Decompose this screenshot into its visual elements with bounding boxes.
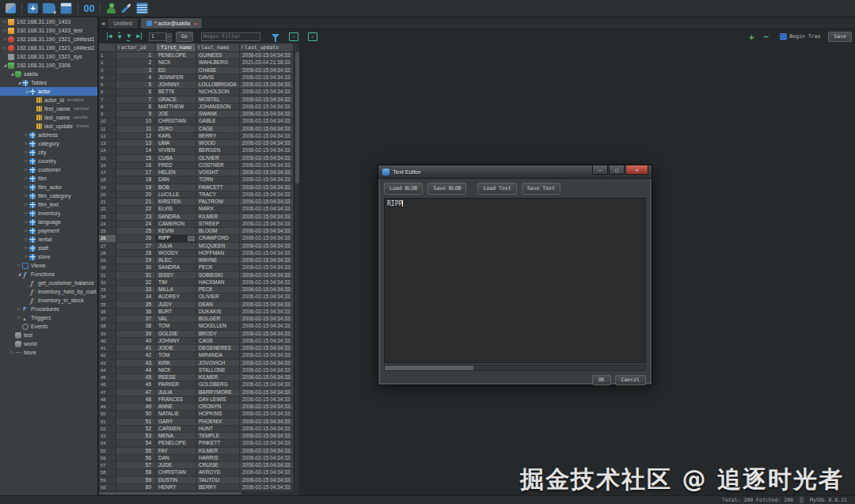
collapsed-arrow-icon[interactable]: ▷ xyxy=(2,35,8,44)
table-row[interactable]: 3434AUDREYOLIVIER2006-02-15 04:34:33 xyxy=(99,294,299,301)
ok-button[interactable]: OK xyxy=(592,375,611,385)
collapsed-arrow-icon[interactable]: ▷ xyxy=(2,17,8,26)
delete-row-icon[interactable]: − xyxy=(764,32,770,41)
tree-item-store[interactable]: ▷store xyxy=(0,252,97,261)
save-text-button[interactable]: Save Text xyxy=(522,183,560,195)
tree-item-more[interactable]: ▷More xyxy=(0,348,97,357)
table-row[interactable]: 4444NICKSTALLONE2006-02-15 04:34:33 xyxy=(99,367,299,374)
row-number-cell[interactable]: 47 xyxy=(99,389,116,396)
tab-actor-sakila[interactable]: * actor@sakila● xyxy=(140,17,203,28)
tree-item-film-text[interactable]: ▷film_text xyxy=(0,200,97,209)
table-row[interactable]: 1010CHRISTIANGABLE2006-02-15 04:34:33 xyxy=(99,118,299,125)
row-number-cell[interactable]: 21 xyxy=(99,199,116,206)
collapsed-arrow-icon[interactable]: ▷ xyxy=(17,305,22,313)
log-icon[interactable] xyxy=(136,2,148,14)
table-row[interactable]: 3838TOMMCKELLEN2006-02-15 04:34:33 xyxy=(99,323,299,330)
tree-item-192-168-31-190-1521-sys[interactable]: 192.168.31.190_1521_sys xyxy=(0,52,97,61)
table-row[interactable]: 5151GARYPHOENIX2006-02-15 04:34:33 xyxy=(99,419,299,426)
row-number-cell[interactable]: 29 xyxy=(99,257,116,264)
collapsed-arrow-icon[interactable]: ▷ xyxy=(2,44,8,52)
tree-item-staff[interactable]: ▷staff xyxy=(0,244,97,252)
table-row[interactable]: 55JOHNNYLOLLOBRIGIDA2006-02-15 04:34:33 xyxy=(99,81,299,89)
tree-item-sakila[interactable]: ◢sakila xyxy=(0,70,97,78)
row-number-cell[interactable]: 60 xyxy=(99,484,116,491)
expanded-arrow-icon[interactable]: ◢ xyxy=(24,87,29,96)
collapsed-arrow-icon[interactable]: ▷ xyxy=(24,139,29,148)
table-row[interactable]: 2525KEVINBLOOM2006-02-15 04:34:33 xyxy=(99,228,299,235)
row-number-cell[interactable]: 44 xyxy=(99,367,116,374)
row-number-cell[interactable]: 5 xyxy=(99,81,116,89)
row-number-cell[interactable]: 11 xyxy=(99,126,116,133)
add-row-icon[interactable]: + xyxy=(749,32,754,41)
maximize-button[interactable]: ▢ xyxy=(609,165,625,175)
seek-bottom-icon[interactable]: ▼ xyxy=(127,32,130,41)
sort-icon[interactable]: ▲▼ xyxy=(158,45,159,50)
tree-item-customer[interactable]: ▷customer xyxy=(0,165,97,174)
tree-item-city[interactable]: ▷city xyxy=(0,148,97,157)
table-row[interactable]: 3535JUDYDEAN2006-02-15 04:34:33 xyxy=(99,301,299,309)
table-row[interactable]: 3636BURTDUKAKIS2006-02-15 04:34:33 xyxy=(99,309,299,316)
row-number-cell[interactable]: 26 xyxy=(99,235,116,242)
table-row[interactable]: 2424CAMERONSTREEP2006-02-15 04:34:33 xyxy=(99,221,299,228)
row-number-cell[interactable]: 12 xyxy=(99,133,116,140)
table-row[interactable]: 5656DANHARRIS2006-02-15 04:34:33 xyxy=(99,455,299,462)
tree-item-192-168-31-190-1521-c-test2[interactable]: ▷192.168.31.190_1521_c##test2 xyxy=(0,44,97,52)
regex-filter-input[interactable]: Regex Filter xyxy=(201,32,260,41)
seek-top-icon[interactable]: ▼ xyxy=(118,32,121,41)
row-number-cell[interactable]: 58 xyxy=(99,469,116,476)
row-number-cell[interactable]: 54 xyxy=(99,440,116,447)
row-number-cell[interactable]: 2 xyxy=(99,59,116,66)
collapsed-arrow-icon[interactable]: ▷ xyxy=(24,226,29,235)
row-number-cell[interactable]: 46 xyxy=(99,381,116,388)
tree-item-country[interactable]: ▷country xyxy=(0,157,97,165)
table-row[interactable]: 1212KARLBERRY2006-02-15 04:34:33 xyxy=(99,133,299,140)
tree-item-get-customer-balance[interactable]: get_customer_balance xyxy=(0,279,97,287)
table-row[interactable]: 5858CHRISTIANAKROYD2006-02-15 04:34:33 xyxy=(99,469,299,476)
row-number-cell[interactable]: 9 xyxy=(99,111,116,118)
row-number-cell[interactable]: 17 xyxy=(99,169,116,176)
open-in-editor-icon[interactable]: ↗ xyxy=(308,32,317,41)
row-number-cell[interactable]: 45 xyxy=(99,374,116,381)
table-row[interactable]: 2323SANDRAKILMER2006-02-15 04:34:33 xyxy=(99,214,299,221)
table-row[interactable]: 2828WOODYHOFFMAN2006-02-15 04:34:33 xyxy=(99,250,299,257)
new-connection-icon[interactable] xyxy=(28,3,38,13)
spinner-icon[interactable]: ▴▾ xyxy=(166,33,172,42)
row-number-cell[interactable]: 51 xyxy=(99,419,116,426)
row-number-cell[interactable]: 57 xyxy=(99,462,116,469)
collapsed-arrow-icon[interactable]: ▷ xyxy=(17,313,22,322)
tree-item-tables[interactable]: ◢Tables xyxy=(0,78,97,87)
tree-item-film-category[interactable]: ▷film_category xyxy=(0,191,97,200)
cancel-button[interactable]: Cancel xyxy=(615,375,646,385)
table-row[interactable]: 5252CARMENHUNT2006-02-15 04:34:33 xyxy=(99,426,299,433)
tab-close-icon[interactable]: ● xyxy=(193,18,196,29)
table-row[interactable]: 1919BOBFAWCETT2006-02-15 04:34:33 xyxy=(99,184,299,191)
table-row[interactable]: 4747JULIABARRYMORE2006-02-15 04:34:33 xyxy=(99,389,299,396)
column-header-actor-id[interactable]: ▲▼actor_id xyxy=(116,44,156,52)
row-number-cell[interactable]: 48 xyxy=(99,396,116,404)
table-row[interactable]: 5454PENELOPEPINKETT2006-02-15 04:34:33 xyxy=(99,440,299,447)
collapsed-arrow-icon[interactable]: ▷ xyxy=(24,200,29,209)
collapsed-arrow-icon[interactable]: ▷ xyxy=(24,131,29,139)
row-number-cell[interactable]: 34 xyxy=(99,294,116,301)
tree-item-inventory[interactable]: ▷inventory xyxy=(0,209,97,218)
grid-vertical-scrollbar[interactable] xyxy=(294,52,299,491)
scrollbar-thumb[interactable] xyxy=(295,52,299,184)
table-row[interactable]: 3737VALBOLGER2006-02-15 04:34:33 xyxy=(99,316,299,323)
row-number-cell[interactable]: 28 xyxy=(99,250,116,257)
row-number-cell[interactable]: 49 xyxy=(99,404,116,411)
sort-icon[interactable]: ▲▼ xyxy=(198,45,200,50)
row-number-cell[interactable]: 16 xyxy=(99,162,116,169)
table-row[interactable]: 1313UMAWOOD2006-02-15 04:34:33 xyxy=(99,140,299,147)
save-icon[interactable] xyxy=(60,2,72,14)
tree-item-192-168-31-190-3306[interactable]: ◢192.168.31.190_3306 xyxy=(0,61,97,70)
row-number-cell[interactable]: 36 xyxy=(99,309,116,316)
tree-item-inventory-in-stock[interactable]: inventory_in_stock xyxy=(0,296,97,305)
row-number-cell[interactable]: 23 xyxy=(99,214,116,221)
row-number-cell[interactable]: 53 xyxy=(99,433,116,440)
tree-item-procedures[interactable]: ▷Procedures xyxy=(0,305,97,313)
table-row[interactable]: 1616FREDCOSTNER2006-02-15 04:34:33 xyxy=(99,162,299,169)
table-row[interactable]: 22NICKWAHLBERG2021-03-04 21:38:33 xyxy=(99,59,299,66)
tree-item-192-168-31-190-1433[interactable]: ▷192.168.31.190_1433 xyxy=(0,17,97,26)
table-row[interactable]: 5353MENATEMPLE2006-02-15 04:34:33 xyxy=(99,433,299,440)
sort-icon[interactable]: ▲▼ xyxy=(118,45,120,50)
